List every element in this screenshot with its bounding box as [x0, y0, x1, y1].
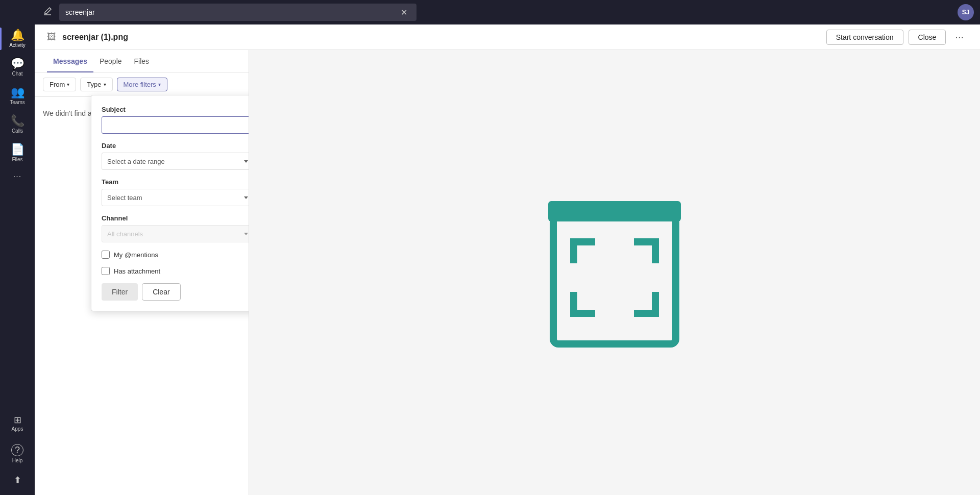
clear-button[interactable]: Clear: [142, 283, 180, 301]
topbar: ✕ SJ: [35, 0, 980, 24]
more-icon: ···: [13, 172, 21, 181]
search-box: ✕: [59, 4, 416, 21]
sidebar-item-apps[interactable]: ⊞ Apps: [0, 410, 35, 437]
team-label: Team: [102, 178, 249, 186]
team-filter-group: Team Select team: [102, 178, 249, 206]
channel-select: All channels: [102, 225, 249, 242]
help-icon: ?: [11, 444, 23, 456]
my-mentions-checkbox-group: My @mentions: [102, 251, 249, 259]
sidebar-label-chat: Chat: [12, 71, 22, 77]
date-filter-group: Date Select a date range Today Last 7 da…: [102, 142, 249, 170]
teams-icon: 👥: [11, 87, 24, 98]
sidebar: 🔔 Activity 💬 Chat 👥 Teams 📞 Calls 📄 File…: [0, 0, 35, 495]
more-filters-button[interactable]: More filters ▾: [117, 78, 167, 91]
from-filter-label: From: [50, 81, 65, 88]
type-chevron-icon: ▾: [104, 82, 106, 87]
filter-bar: From ▾ Type ▾ More filters ▾ Subject: [35, 72, 249, 97]
sidebar-label-teams: Teams: [10, 100, 24, 105]
sidebar-item-activity[interactable]: 🔔 Activity: [0, 24, 35, 53]
from-filter-button[interactable]: From ▾: [43, 78, 76, 91]
my-mentions-label: My @mentions: [114, 251, 158, 259]
sidebar-item-help[interactable]: ? Help: [0, 439, 35, 468]
more-filters-chevron-icon: ▾: [158, 82, 161, 87]
sidebar-topbar-spacer: [0, 0, 35, 24]
channel-label: Channel: [102, 214, 249, 222]
type-filter-label: Type: [87, 81, 101, 88]
file-image-icon: 🖼: [47, 32, 56, 42]
has-attachment-checkbox[interactable]: [102, 267, 110, 275]
has-attachment-label: Has attachment: [114, 267, 160, 275]
sidebar-item-calls[interactable]: 📞 Calls: [0, 110, 35, 139]
chat-icon: 💬: [11, 58, 24, 69]
my-mentions-checkbox[interactable]: [102, 251, 110, 259]
screenjar-logo-image: [538, 186, 691, 359]
sidebar-item-teams[interactable]: 👥 Teams: [0, 82, 35, 110]
right-panel: [249, 50, 980, 495]
edit-compose-icon[interactable]: [41, 5, 54, 20]
team-select[interactable]: Select team: [102, 189, 249, 206]
sidebar-label-help: Help: [12, 458, 23, 463]
more-filters-dropdown: Subject Date Select a date range Today L…: [91, 95, 249, 311]
svg-rect-0: [553, 216, 676, 344]
filter-actions: Filter Clear: [102, 283, 249, 301]
calls-icon: 📞: [11, 115, 24, 127]
start-conversation-button[interactable]: Start conversation: [826, 30, 903, 45]
date-select[interactable]: Select a date range Today Last 7 days La…: [102, 153, 249, 170]
sidebar-label-files: Files: [12, 157, 22, 162]
type-filter-button[interactable]: Type ▾: [80, 78, 112, 91]
has-attachment-checkbox-group: Has attachment: [102, 267, 249, 275]
avatar[interactable]: SJ: [958, 4, 974, 20]
tab-files[interactable]: Files: [128, 50, 156, 72]
sidebar-item-update[interactable]: ⬆: [0, 471, 35, 490]
sidebar-label-apps: Apps: [12, 426, 23, 432]
sidebar-item-chat[interactable]: 💬 Chat: [0, 53, 35, 82]
activity-icon: 🔔: [11, 30, 24, 41]
sidebar-item-files[interactable]: 📄 Files: [0, 139, 35, 167]
sidebar-item-more[interactable]: ···: [0, 167, 35, 186]
sidebar-nav: 🔔 Activity 💬 Chat 👥 Teams 📞 Calls 📄 File…: [0, 24, 35, 410]
sidebar-label-calls: Calls: [12, 128, 23, 134]
channel-filter-group: Channel All channels: [102, 214, 249, 242]
from-chevron-icon: ▾: [67, 82, 69, 87]
sidebar-label-activity: Activity: [9, 42, 26, 48]
main-area: ✕ SJ 🖼 screenjar (1).png Start conversat…: [35, 0, 980, 495]
search-tabs: Messages People Files: [35, 50, 249, 72]
more-options-icon[interactable]: ···: [951, 29, 968, 45]
update-icon: ⬆: [14, 476, 21, 485]
sidebar-bottom: ⊞ Apps ? Help ⬆: [0, 410, 35, 495]
subject-input[interactable]: [102, 116, 249, 134]
svg-rect-1: [548, 201, 681, 221]
subject-label: Subject: [102, 106, 249, 113]
close-button[interactable]: Close: [909, 30, 946, 45]
more-filters-label: More filters: [124, 81, 156, 88]
header-actions: Start conversation Close ···: [826, 29, 968, 45]
apps-icon: ⊞: [14, 415, 21, 425]
search-input[interactable]: [65, 8, 398, 16]
date-label: Date: [102, 142, 249, 150]
body: Messages People Files From ▾ Type ▾ More…: [35, 50, 980, 495]
left-panel: Messages People Files From ▾ Type ▾ More…: [35, 50, 249, 495]
file-title: screenjar (1).png: [62, 33, 128, 42]
tab-messages[interactable]: Messages: [47, 50, 93, 72]
file-preview-header: 🖼 screenjar (1).png Start conversation C…: [35, 24, 980, 50]
search-clear-button[interactable]: ✕: [398, 7, 410, 18]
filter-button[interactable]: Filter: [102, 283, 138, 301]
topbar-right: SJ: [958, 4, 974, 20]
files-icon: 📄: [11, 144, 24, 155]
tab-people[interactable]: People: [93, 50, 128, 72]
subject-filter-group: Subject: [102, 106, 249, 134]
